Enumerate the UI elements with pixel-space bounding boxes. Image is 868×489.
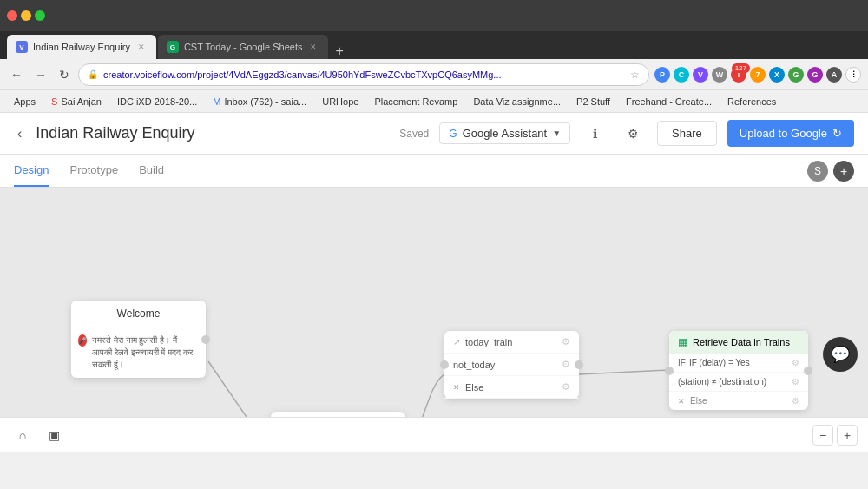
station-condition-row: (station) ≠ (destination) ⚙ [669, 373, 808, 392]
bookmark-inbox-label: Inbox (762) - saia... [224, 96, 306, 107]
back-arrow-btn[interactable]: ‹ [14, 122, 25, 145]
zoom-controls: − + [812, 425, 858, 446]
app-tabs: Design Prototype Build S + [0, 155, 868, 188]
bookmark-placement-label: Placement Revamp [374, 96, 457, 107]
bookmark-dataviz[interactable]: Data Viz assignme... [466, 95, 568, 109]
url-text: creator.voiceflow.com/project/4VdAEggzd3… [103, 69, 625, 80]
arrow-icon-2: ↗ [453, 337, 460, 347]
tab-label-2: CST Today - Google Sheets [184, 42, 303, 52]
mic-icon: 🎤 [78, 334, 87, 347]
upload-label: Upload to Google [740, 127, 827, 140]
minimize-window-btn[interactable] [21, 10, 31, 21]
ext-menu[interactable]: ⋮ [845, 67, 861, 83]
block2-item-else: ✕ Else ⚙ [444, 376, 579, 399]
browser-chrome [0, 0, 868, 31]
address-bar[interactable]: 🔒 creator.voiceflow.com/project/4VdAEggz… [78, 63, 649, 86]
bookmark-sai[interactable]: S Sai Anjan [44, 95, 108, 109]
maximize-window-btn[interactable] [35, 10, 45, 21]
welcome-right-connector[interactable] [201, 335, 210, 344]
not-today-label: not_today [453, 360, 495, 370]
tab-favicon-1: V [16, 41, 28, 53]
block2-left-connector[interactable] [440, 360, 449, 369]
forward-button[interactable]: → [31, 64, 50, 85]
tab-indian-railway[interactable]: V Indian Railway Enquiry ✕ [7, 35, 156, 59]
svg-line-0 [208, 361, 271, 417]
ext-8[interactable]: G [788, 67, 804, 83]
bookmark-p2[interactable]: P2 Stuff [569, 95, 617, 109]
bookmark-references[interactable]: References [720, 95, 783, 109]
block2-item-today-train: ↗ today_train ⚙ [444, 331, 579, 354]
bookmark-urhope[interactable]: URHope [315, 95, 365, 109]
box-toolbar-btn[interactable]: ▣ [42, 423, 66, 447]
retrieve-node: ▦ Retrieve Data in Trains IF IF (delay) … [669, 331, 808, 410]
google-assistant-icon: G [449, 128, 457, 140]
ext-badge-container: ! 127 [731, 67, 746, 83]
tab-close-2[interactable]: ✕ [307, 41, 319, 53]
bookmark-apps[interactable]: Apps [7, 95, 43, 109]
tab-build[interactable]: Build [139, 155, 164, 187]
retrieve-title: Retrieve Data in Trains [693, 337, 790, 347]
tab-controls: S + [807, 155, 854, 187]
bookmark-dataviz-label: Data Viz assignme... [473, 96, 561, 107]
back-button[interactable]: ← [7, 64, 26, 85]
tab-close-1[interactable]: ✕ [135, 41, 148, 53]
info-button[interactable]: ℹ [581, 120, 608, 148]
welcome-node: Welcome 🎤 नमस्ते मेरा नाम हुलसी है। मैं … [71, 301, 206, 378]
welcome-title: Welcome [117, 307, 161, 320]
close-window-btn[interactable] [7, 10, 17, 21]
svg-line-1 [579, 370, 669, 374]
tab-design[interactable]: Design [14, 155, 49, 187]
zoom-in-button[interactable]: + [837, 425, 858, 446]
today-train-label-1: today_train [465, 337, 512, 347]
nav-bar: ← → ↻ 🔒 creator.voiceflow.com/project/4V… [0, 59, 868, 90]
ext-4[interactable]: W [712, 67, 727, 83]
gear-icon-8[interactable]: ⚙ [792, 377, 799, 387]
add-tab-button[interactable]: + [833, 161, 854, 182]
zoom-out-button[interactable]: − [812, 425, 833, 446]
gear-icon-9[interactable]: ⚙ [792, 396, 799, 406]
ext-7[interactable]: X [769, 67, 785, 83]
tab-favicon-2: G [167, 41, 179, 53]
upload-google-button[interactable]: Upload to Google ↻ [727, 120, 854, 147]
ext-3[interactable]: V [693, 67, 708, 83]
block2-right-connector[interactable] [575, 360, 583, 369]
bookmark-idc[interactable]: IDC iXD 2018-20... [110, 95, 204, 109]
gear-icon-7[interactable]: ⚙ [792, 358, 799, 367]
station-condition: (station) ≠ (destination) [678, 377, 788, 387]
sheets-icon: ▦ [678, 336, 687, 348]
assistant-selector[interactable]: G Google Assistant ▼ [439, 122, 570, 144]
chat-bubble-button[interactable]: 💬 [823, 337, 858, 372]
ext-1[interactable]: P [654, 67, 670, 83]
welcome-node-header: Welcome [71, 301, 206, 327]
bookmark-inbox[interactable]: M Inbox (762) - saia... [206, 95, 313, 109]
bookmark-placement[interactable]: Placement Revamp [367, 95, 464, 109]
ext-2[interactable]: C [674, 67, 689, 83]
canvas[interactable]: Welcome 🎤 नमस्ते मेरा नाम हुलसी है। मैं … [0, 188, 868, 417]
bookmark-references-label: References [727, 96, 776, 107]
gear-icon-4[interactable]: ⚙ [562, 336, 570, 347]
gear-icon-5[interactable]: ⚙ [562, 359, 570, 370]
else-row-retrieve: ✕ Else ⚙ [669, 392, 808, 410]
bookmark-idc-label: IDC iXD 2018-20... [117, 96, 197, 107]
settings-button[interactable]: ⚙ [619, 120, 647, 148]
gear-icon-6[interactable]: ⚙ [562, 381, 570, 393]
ext-profile[interactable]: A [826, 67, 842, 83]
tab-prototype[interactable]: Prototype [69, 155, 118, 187]
assistant-label: Google Assistant [463, 127, 548, 140]
retrieve-right-connector[interactable] [804, 367, 812, 375]
star-icon[interactable]: ☆ [630, 69, 640, 81]
share-button[interactable]: Share [657, 121, 717, 146]
new-tab-button[interactable]: + [330, 43, 348, 59]
ext-6[interactable]: 7 [750, 67, 766, 83]
block2-node: ↗ today_train ⚙ not_today ⚙ ✕ Else ⚙ [444, 331, 579, 399]
tab-cst-today[interactable]: G CST Today - Google Sheets ✕ [158, 35, 329, 59]
ext-9[interactable]: G [807, 67, 823, 83]
welcome-text: नमस्ते मेरा नाम हुलसी है। मैं आपकी रेलवे… [92, 334, 199, 371]
app-title: Indian Railway Enquiry [36, 124, 389, 142]
if-delay-row: IF IF (delay) = Yes ⚙ [669, 354, 808, 373]
refresh-button[interactable]: ↻ [56, 64, 73, 85]
bookmark-freehand[interactable]: Freehand - Create... [619, 95, 719, 109]
home-toolbar-btn[interactable]: ⌂ [10, 423, 35, 447]
retrieve-left-connector[interactable] [665, 367, 674, 375]
block2-item-not-today: not_today ⚙ [444, 354, 579, 376]
